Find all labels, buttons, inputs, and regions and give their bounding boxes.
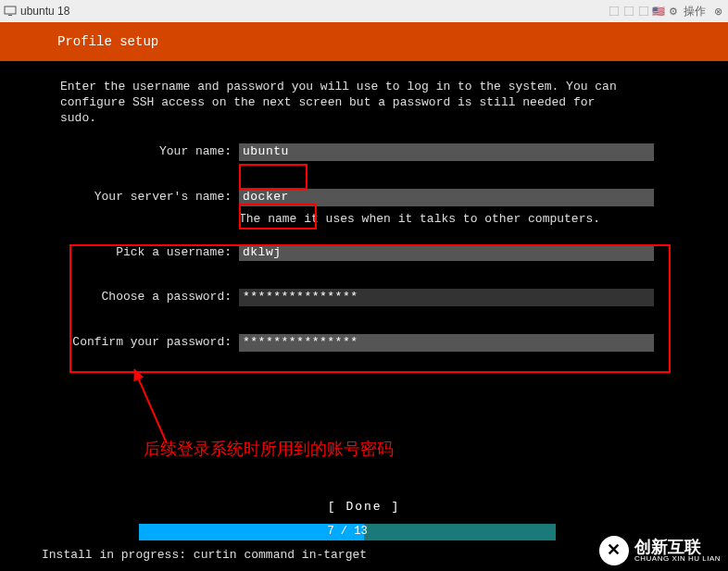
row-password-confirm: Confirm your password: *************** bbox=[60, 334, 700, 352]
watermark-text: 创新互联 CHUANG XIN HU LIAN bbox=[634, 539, 721, 563]
hint-server: The name it uses when it talks to other … bbox=[239, 212, 700, 228]
progress-text: 7 / 13 bbox=[327, 525, 367, 540]
monitor-icon bbox=[4, 5, 17, 18]
svg-rect-3 bbox=[624, 6, 634, 16]
svg-line-5 bbox=[134, 369, 167, 443]
input-password[interactable]: *************** bbox=[239, 289, 654, 306]
input-username[interactable]: dklwj bbox=[239, 244, 654, 262]
header-bar: Profile setup bbox=[0, 22, 728, 61]
svg-rect-4 bbox=[639, 6, 648, 16]
watermark-cn: 创新互联 bbox=[634, 539, 721, 555]
progress-bar: 7 / 13 bbox=[139, 524, 556, 540]
cell-icon-3[interactable] bbox=[637, 5, 650, 18]
installer-screen: Profile setup Enter the username and pas… bbox=[0, 22, 728, 571]
action-label[interactable]: 操作 bbox=[684, 4, 706, 19]
svg-rect-0 bbox=[5, 6, 16, 14]
annotation-text: 后续登录系统时所用到的账号密码 bbox=[144, 439, 394, 460]
row-password: Choose a password: *************** bbox=[60, 289, 700, 306]
flag-icon[interactable]: 🇺🇸 bbox=[652, 5, 665, 18]
watermark-en: CHUANG XIN HU LIAN bbox=[634, 555, 721, 563]
status-line: Install in progress: curtin command in-t… bbox=[42, 548, 367, 564]
watermark-icon: ✕ bbox=[599, 536, 629, 565]
input-password-confirm[interactable]: *************** bbox=[239, 334, 654, 352]
label-password: Choose a password: bbox=[60, 290, 239, 305]
done-button[interactable]: [ Done ] bbox=[0, 500, 728, 515]
label-server: Your server's name: bbox=[60, 190, 239, 205]
watermark: ✕ 创新互联 CHUANG XIN HU LIAN bbox=[599, 536, 721, 565]
cell-icon[interactable] bbox=[608, 5, 621, 18]
svg-rect-2 bbox=[609, 6, 619, 16]
input-server[interactable]: docker bbox=[239, 189, 654, 206]
label-name: Your name: bbox=[60, 144, 239, 160]
window-title: ubuntu 18 bbox=[20, 5, 69, 18]
page-title: Profile setup bbox=[57, 34, 158, 49]
label-password-confirm: Confirm your password: bbox=[60, 335, 239, 351]
gear-icon[interactable]: ⚙ bbox=[667, 5, 680, 18]
intro-text: Enter the username and password you will… bbox=[60, 80, 700, 127]
titlebar: ubuntu 18 🇺🇸 ⚙ 操作 ⊗ bbox=[0, 0, 728, 23]
svg-rect-1 bbox=[8, 15, 12, 16]
annotation-arrow bbox=[120, 365, 195, 448]
row-username: Pick a username: dklwj bbox=[60, 244, 700, 262]
content-area: Enter the username and password you will… bbox=[0, 61, 728, 352]
row-name: Your name: ubuntu bbox=[60, 143, 700, 161]
window-frame: ubuntu 18 🇺🇸 ⚙ 操作 ⊗ Profile setup Enter … bbox=[0, 0, 728, 571]
close-icon[interactable]: ⊗ bbox=[711, 5, 724, 18]
input-name[interactable]: ubuntu bbox=[239, 143, 654, 161]
cell-icon-2[interactable] bbox=[622, 5, 635, 18]
label-username: Pick a username: bbox=[60, 245, 239, 261]
row-server: Your server's name: docker bbox=[60, 189, 700, 206]
